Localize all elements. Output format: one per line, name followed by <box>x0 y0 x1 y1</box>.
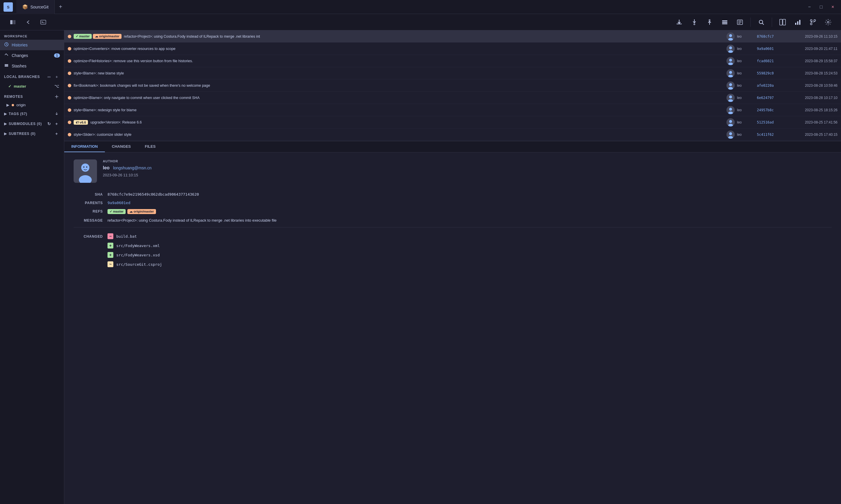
changed-files-list: −build.bat+src/FodyWeavers.xml+src/FodyW… <box>107 232 831 268</box>
detail-tab-changes[interactable]: CHANGES <box>105 141 138 152</box>
terminal-button[interactable] <box>36 15 50 29</box>
changes-badge: 1 <box>54 53 60 57</box>
detail-panel: INFORMATIONCHANGESFILES <box>64 141 841 504</box>
svg-rect-22 <box>5 64 8 65</box>
sha-value: 8768cfc7e9e2196549c062dbcad9064377143620 <box>107 192 831 197</box>
search-button[interactable] <box>754 15 768 29</box>
changed-file-row[interactable]: −build.bat <box>107 232 831 240</box>
apply-stash-button[interactable] <box>733 15 747 29</box>
sidebar-toggle-button[interactable] <box>6 15 20 29</box>
commit-avatar <box>727 32 735 41</box>
commit-dot <box>68 133 71 137</box>
merge-branch-button[interactable]: ⇿ <box>46 74 52 80</box>
submodules-row[interactable]: ▶ SUBMODULES (0) ↻ + <box>0 119 64 129</box>
commit-author: leo <box>737 84 754 88</box>
detail-tab-information[interactable]: INFORMATION <box>64 141 105 152</box>
author-email: longshuang@msn.cn <box>113 166 151 170</box>
back-button[interactable] <box>21 15 35 29</box>
svg-point-35 <box>729 71 732 74</box>
sidebar: WORKSPACE Histories Changes 1 <box>0 30 64 504</box>
svg-point-17 <box>810 20 812 21</box>
changed-file-row[interactable]: ~src/SourceGit.csproj <box>107 260 831 268</box>
message-row: MESSAGE refactor<Project>: using Costura… <box>74 218 831 222</box>
changed-file-row[interactable]: +src/FodyWeavers.xsd <box>107 251 831 259</box>
remotes-label: REMOTES <box>4 95 23 99</box>
file-name: src/FodyWeavers.xsd <box>116 253 160 257</box>
toolbar <box>0 14 841 30</box>
commit-row[interactable]: style<Blame>: new blame styleleo559829c0… <box>64 67 841 79</box>
commit-author: leo <box>737 47 754 51</box>
fetch-tags-button[interactable] <box>53 111 60 117</box>
filter-branch-button[interactable]: ⌥ <box>53 83 60 89</box>
local-branches-label: LOCAL BRANCHES <box>4 75 40 79</box>
svg-point-47 <box>729 120 732 123</box>
push-button[interactable] <box>702 15 717 29</box>
commit-row[interactable]: optimize<FileHistories>: remove use this… <box>64 55 841 67</box>
close-button[interactable]: × <box>828 2 838 12</box>
author-avatar <box>74 159 97 183</box>
svg-point-6 <box>709 20 710 21</box>
update-submodules-button[interactable]: ↻ <box>46 121 52 127</box>
main-tab[interactable]: 📦 SourceGit <box>16 0 55 14</box>
svg-rect-16 <box>799 20 800 25</box>
graph-button[interactable] <box>791 15 805 29</box>
author-name: leo <box>103 165 110 170</box>
svg-point-5 <box>694 24 695 25</box>
sidebar-item-changes[interactable]: Changes 1 <box>0 50 64 61</box>
sidebar-item-histories[interactable]: Histories <box>0 40 64 50</box>
commit-row[interactable]: style<Blame>: redesign style for blamele… <box>64 104 841 116</box>
detail-tab-files[interactable]: FILES <box>138 141 163 152</box>
changed-file-row[interactable]: +src/FodyWeavers.xml <box>107 241 831 250</box>
ref-badge[interactable]: ✓ master <box>74 34 92 39</box>
commit-sha: fcad6021 <box>757 59 783 63</box>
svg-point-20 <box>827 21 829 23</box>
commit-row[interactable]: optimize<Blame>: only navigate to commit… <box>64 92 841 104</box>
settings-button[interactable] <box>821 15 835 29</box>
file-status-badge: + <box>107 242 113 249</box>
svg-point-18 <box>810 23 812 25</box>
commit-sha: 9a9a0601 <box>757 47 783 51</box>
branch-item-master[interactable]: ✓ master ⌥ <box>0 81 64 91</box>
commit-sha: 8768cfc7 <box>757 34 783 38</box>
stash-button[interactable] <box>718 15 732 29</box>
commit-date: 2023-09-26 11:10:15 <box>785 34 838 38</box>
fetch-button[interactable] <box>672 15 686 29</box>
ref-badge[interactable]: 🏷 v6.6 <box>74 120 88 125</box>
detail-ref-badge[interactable]: ✓ master <box>107 209 126 214</box>
commit-dot <box>68 47 71 51</box>
commit-author: leo <box>737 59 754 63</box>
commit-avatar <box>727 45 735 53</box>
parents-label: PARENTS <box>74 201 103 205</box>
commit-row[interactable]: 🏷 v6.6upgrade<Version>: Release 6.6leo51… <box>64 116 841 128</box>
add-submodule-button[interactable]: + <box>53 121 60 127</box>
file-status-badge: ~ <box>107 262 113 267</box>
add-branch-button[interactable]: + <box>53 74 60 80</box>
commit-row[interactable]: optimize<Converters>: move converter res… <box>64 43 841 55</box>
commit-message: fix<Bookmark>: bookmark changes will not… <box>74 84 724 88</box>
commit-date: 2023-09-20 21:47:11 <box>785 47 838 51</box>
ref-badge[interactable]: ☁ origin/master <box>93 34 122 39</box>
commit-message: style<Blame>: redesign style for blame <box>74 108 724 112</box>
add-remote-button[interactable] <box>53 93 60 100</box>
branch-actions: ⇿ + <box>46 74 60 80</box>
remote-item-origin[interactable]: ▶ origin <box>0 101 64 109</box>
sidebar-item-stashes[interactable]: Stashes <box>0 61 64 71</box>
tab-label: SourceGit <box>30 5 49 10</box>
branch-button[interactable] <box>806 15 820 29</box>
parents-value[interactable]: 9a9a0601ed <box>107 201 831 205</box>
maximize-button[interactable]: □ <box>817 2 826 12</box>
tags-row[interactable]: ▶ TAGS (57) <box>0 109 64 119</box>
minimize-button[interactable]: − <box>805 2 814 12</box>
toolbar-separator2 <box>772 18 772 27</box>
commit-dot <box>68 59 71 63</box>
commit-row[interactable]: ✓ master☁ origin/masterrefactor<Project>… <box>64 30 841 43</box>
detail-ref-badge[interactable]: ☁ origin/master <box>127 209 156 214</box>
pull-button[interactable] <box>687 15 701 29</box>
main-area: WORKSPACE Histories Changes 1 <box>0 30 841 504</box>
add-subtree-button[interactable]: + <box>53 130 60 137</box>
commit-row[interactable]: style<Slider>: customize slider styleleo… <box>64 128 841 141</box>
add-tab-button[interactable]: + <box>55 0 66 14</box>
panel-layout-button[interactable] <box>775 15 790 29</box>
subtrees-row[interactable]: ▶ SUBTREES (0) + <box>0 129 64 139</box>
commit-row[interactable]: fix<Bookmark>: bookmark changes will not… <box>64 79 841 92</box>
